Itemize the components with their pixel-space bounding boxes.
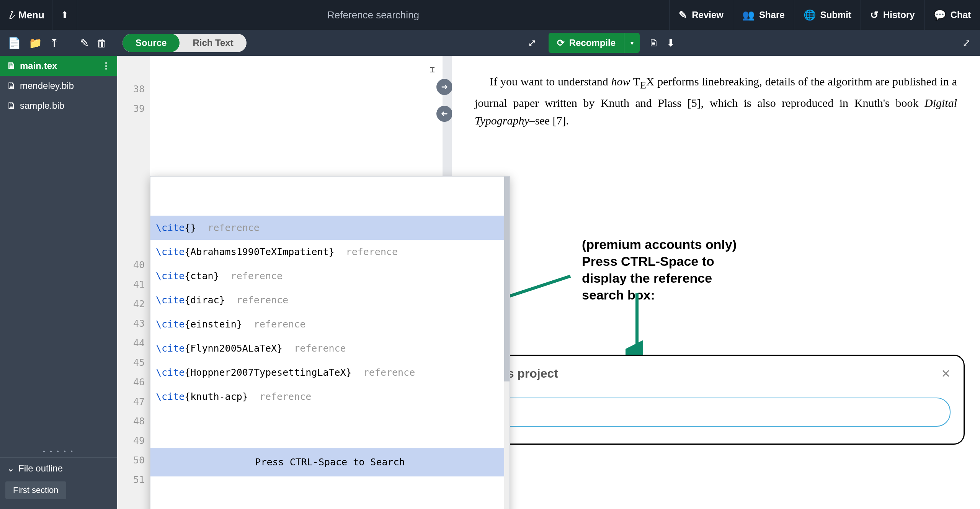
recompile-label: Recompile (569, 38, 616, 48)
autocomplete-meta: reference (207, 218, 259, 237)
sidebar-resize-handle[interactable]: • • • • • (0, 446, 117, 457)
autocomplete-footer[interactable]: Press CTRL-Space to Search (150, 448, 510, 476)
autocomplete-meta: reference (346, 242, 398, 262)
back-to-projects-button[interactable]: ⬆ (52, 0, 77, 30)
expand-editor-icon[interactable]: ⤢ (519, 37, 546, 49)
autocomplete-item[interactable]: \cite{ctan}reference (150, 264, 510, 288)
topbar: 𝓵 Menu ⬆ Reference searching ✎ Review 👥 … (0, 0, 980, 30)
autocomplete-meta: reference (260, 387, 311, 406)
view-logs-icon[interactable]: 🗎 (649, 37, 659, 49)
file-outline-label: File outline (18, 463, 63, 474)
share-button[interactable]: 👥 Share (733, 0, 794, 30)
annotation-text: (premium accounts only) Press CTRL-Space… (582, 236, 737, 303)
chat-icon: 💬 (934, 9, 946, 21)
view-toggle: Source Rich Text (122, 34, 247, 52)
autocomplete-item[interactable]: \cite{einstein}reference (150, 312, 510, 336)
upload-icon[interactable]: ⤒ (50, 37, 59, 49)
file-actions: 📄 📁 ⤒ ✎ 🗑 (0, 30, 115, 56)
file-icon: 🗎 (7, 80, 16, 91)
autocomplete-item[interactable]: \cite{Hoppner2007TypesettingLaTeX}refere… (150, 360, 510, 385)
new-folder-icon[interactable]: 📁 (29, 37, 42, 49)
file-item[interactable]: 🗎sample.bib (0, 96, 117, 116)
autocomplete-scrollbar[interactable] (504, 177, 510, 509)
autocomplete-meta: reference (294, 339, 346, 358)
chat-button[interactable]: 💬 Chat (924, 0, 980, 30)
outline-item[interactable]: First section (5, 481, 66, 499)
menu-label: Menu (18, 9, 44, 21)
menu-button[interactable]: 𝓵 Menu (0, 0, 52, 30)
pdf-preview-pane[interactable]: If you want to understand how TEX perfor… (452, 56, 980, 509)
code-editor[interactable]: ⌶ If you want to understand \textit{how}… (150, 56, 443, 509)
main-split: 🗎main.tex⋮🗎mendeley.bib🗎sample.bib • • •… (0, 56, 980, 509)
recompile-dropdown[interactable]: ▾ (624, 33, 640, 53)
file-name: main.tex (20, 61, 57, 71)
recompile-button[interactable]: ⟳ Recompile ▾ (549, 33, 640, 53)
file-name: sample.bib (20, 100, 64, 111)
file-outline-header[interactable]: ⌄ File outline (0, 457, 117, 479)
submit-button[interactable]: 🌐 Submit (794, 0, 861, 30)
share-label: Share (759, 10, 785, 20)
recompile-icon: ⟳ (557, 38, 565, 48)
review-icon: ✎ (679, 9, 687, 21)
review-button[interactable]: ✎ Review (669, 0, 733, 30)
history-label: History (883, 10, 915, 20)
topbar-right: ✎ Review 👥 Share 🌐 Submit ↺ History 💬 Ch… (669, 0, 980, 30)
rename-icon[interactable]: ✎ (80, 37, 89, 49)
richtext-tab[interactable]: Rich Text (180, 34, 246, 52)
share-icon: 👥 (742, 9, 755, 21)
autocomplete-item[interactable]: \cite{knuth-acp}reference (150, 385, 510, 409)
chat-label: Chat (951, 10, 971, 20)
autocomplete-meta: reference (231, 266, 283, 286)
editor-pane: 3839 404142434445464748495051 ⌶ If you w… (117, 56, 443, 509)
file-item[interactable]: 🗎main.tex⋮ (0, 56, 117, 76)
file-menu-icon[interactable]: ⋮ (102, 61, 110, 71)
sync-to-code-button[interactable]: ➜ (436, 106, 452, 122)
close-icon[interactable]: ✕ (941, 367, 951, 380)
autocomplete-meta: reference (254, 314, 305, 334)
delete-icon[interactable]: 🗑 (96, 37, 107, 49)
sync-to-pdf-button[interactable]: ➜ (436, 79, 452, 95)
pdf-actions: 🗎 ⬇ (643, 37, 681, 49)
submit-icon: 🌐 (804, 9, 816, 21)
chevron-down-icon: ▾ (630, 39, 634, 47)
history-icon: ↺ (870, 9, 879, 21)
chevron-down-icon: ⌄ (7, 463, 15, 474)
autocomplete-item[interactable]: \cite{dirac}reference (150, 288, 510, 312)
download-pdf-icon[interactable]: ⬇ (666, 37, 675, 49)
text-cursor-icon: ⌶ (430, 60, 435, 79)
file-item[interactable]: 🗎mendeley.bib (0, 76, 117, 96)
autocomplete-item[interactable]: \cite{Flynn2005ALaTeX}reference (150, 336, 510, 360)
autocomplete-popup: \cite{}reference\cite{Abrahams1990TeXImp… (150, 176, 510, 509)
autocomplete-meta: reference (237, 290, 288, 310)
autocomplete-meta: reference (363, 363, 415, 382)
autocomplete-item[interactable]: \cite{}reference (150, 216, 510, 240)
new-file-icon[interactable]: 📄 (8, 37, 21, 49)
expand-pdf-icon[interactable]: ⤢ (953, 37, 980, 49)
line-gutter: 3839 404142434445464748495051 (117, 56, 150, 509)
pdf-text: If you want to understand how TEX perfor… (475, 73, 957, 129)
file-icon: 🗎 (7, 100, 16, 111)
file-tree-sidebar: 🗎main.tex⋮🗎mendeley.bib🗎sample.bib • • •… (0, 56, 117, 509)
project-title: Reference searching (77, 9, 669, 21)
toolbar: 📄 📁 ⤒ ✎ 🗑 Source Rich Text ⤢ ⟳ Recompile… (0, 30, 980, 56)
autocomplete-item[interactable]: \cite{Abrahams1990TeXImpatient}reference (150, 240, 510, 264)
overleaf-logo-icon: 𝓵 (8, 8, 11, 22)
review-label: Review (692, 10, 724, 20)
source-tab[interactable]: Source (122, 34, 180, 52)
submit-label: Submit (820, 10, 851, 20)
file-name: mendeley.bib (20, 80, 74, 91)
history-button[interactable]: ↺ History (861, 0, 924, 30)
up-arrow-icon: ⬆ (61, 10, 69, 20)
file-icon: 🗎 (7, 61, 16, 71)
